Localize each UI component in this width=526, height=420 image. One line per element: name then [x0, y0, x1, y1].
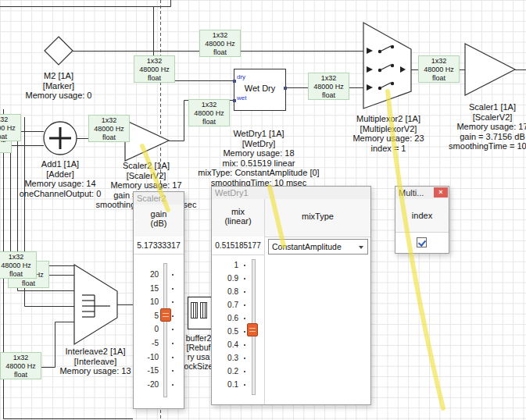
- param-name: mix: [212, 207, 264, 216]
- gain-slider[interactable]: 20 15 10 5 0 -5 -10 -15 -20: [134, 254, 184, 408]
- caption-line: [Adder]: [20, 169, 102, 180]
- mix-slider[interactable]: 1 0.9 0.8 0.7 0.6 0.5 0.4 0.3 0.2 0.1: [212, 254, 264, 404]
- caption-line: [ScalerV2]: [449, 112, 526, 123]
- param-unit: (dB): [134, 219, 184, 228]
- param-name: gain: [134, 209, 184, 219]
- caption-line: WetDry1 [1A]: [198, 129, 319, 139]
- caption-line: ry usa: [184, 352, 213, 361]
- caption-line: Memory usage: 14: [20, 179, 102, 189]
- format-type: float: [419, 74, 459, 83]
- caption-scaler1: Scaler1 [1A] [ScalerV2] Memory usage: 17…: [449, 102, 526, 151]
- format-channels: 1x32: [134, 57, 174, 66]
- mix-value-field[interactable]: 0.515185177: [212, 237, 264, 255]
- wire-format-label: 1x32 48000 Hz float: [134, 55, 175, 83]
- format-type: float: [200, 48, 240, 57]
- caption-interleave2: Interleave2 [1A] [Interleave] Memory usa…: [59, 347, 131, 376]
- block-scaler2-triangle[interactable]: [125, 120, 169, 161]
- wire-format-label: 1x32 48000 Hz float: [0, 352, 41, 379]
- caption-line: Memory usage: 13: [59, 366, 131, 376]
- caption-line: Memory usage: 0: [26, 91, 92, 101]
- caption-line: Add1 [1A]: [20, 159, 102, 169]
- block-interleave2[interactable]: [74, 265, 117, 344]
- format-rate: 48000 Hz: [0, 262, 36, 270]
- input-port[interactable]: [233, 80, 236, 83]
- format-type: float: [1, 371, 41, 379]
- port-dry-label: dry: [237, 73, 245, 80]
- block-add1-adder[interactable]: [44, 122, 77, 155]
- wire-format-label: 1x32 48000 Hz float: [0, 251, 37, 279]
- caption-line: [Marker]: [26, 81, 92, 91]
- caption-line: M2 [1A]: [26, 71, 92, 81]
- format-channels: 1x32: [89, 116, 129, 125]
- mixtype-dropdown[interactable]: ConstantAmplitude: [268, 239, 368, 254]
- caption-line: Scaler1 [1A]: [449, 102, 526, 112]
- index-checkbox[interactable]: [417, 237, 427, 247]
- param-header-mixtype: mixType: [265, 212, 370, 221]
- format-rate: 48000 Hz: [200, 40, 240, 48]
- panel-title-bar[interactable]: WetDry1: [212, 187, 370, 200]
- format-channels: 1x32: [1, 354, 41, 362]
- block-m2-marker[interactable]: [45, 37, 73, 65]
- caption-line: smoothingTime = 10 m: [449, 141, 526, 151]
- chevron-down-icon: [359, 246, 363, 249]
- format-type: float: [89, 133, 129, 142]
- caption-line: [ScalerV2]: [96, 171, 197, 181]
- caption-line: index = 1: [352, 144, 424, 154]
- format-rate: 48000 Hz: [1, 362, 41, 371]
- caption-line: Multiplexor2 [1A]: [352, 114, 424, 124]
- caption-multiplexor2: Multiplexor2 [1A] [MultiplexorV2] Memory…: [352, 114, 424, 153]
- caption-line: gain = 3.7156 dB: [449, 132, 526, 142]
- param-header-row: mix (linear) mixType: [212, 199, 370, 237]
- format-channels: 1x32: [419, 57, 459, 66]
- block-multiplexor2[interactable]: [363, 23, 411, 109]
- wire-format-label: 1x32 48000 Hz float: [418, 55, 460, 83]
- wire-format-label: 1x32 48000 Hz float: [0, 114, 21, 141]
- block-rebuffer2[interactable]: [188, 297, 212, 329]
- panel-scaler2[interactable]: Scaler2 gain (dB) 5.17333317 20 15 10 5 …: [133, 191, 184, 409]
- panel-title-bar[interactable]: Scaler2: [134, 192, 184, 205]
- caption-m2: M2 [1A] [Marker] Memory usage: 0: [26, 71, 92, 101]
- mixtype-selected-value: ConstantAmplitude: [272, 240, 342, 254]
- block-wetdry1[interactable]: dry wet Wet Dry: [234, 69, 286, 111]
- wetdry-block-title: Wet Dry: [234, 84, 285, 93]
- caption-line: ockSize: [184, 361, 213, 371]
- caption-line: Memory usage: 17: [449, 122, 526, 132]
- caption-line: [WetDry]: [198, 139, 319, 149]
- format-type: float: [9, 279, 48, 288]
- caption-line: Scaler2 [1A]: [96, 161, 197, 171]
- output-port[interactable]: [284, 87, 287, 90]
- format-rate: 48000 Hz: [189, 109, 229, 118]
- caption-line: [Rebuf: [184, 343, 213, 352]
- panel-multiplexor2[interactable]: Multi... × index: [395, 186, 449, 254]
- wire-format-label: 1x32 48000 Hz float: [199, 30, 241, 57]
- block-scaler1-triangle[interactable]: [465, 44, 515, 95]
- slider-track[interactable]: [163, 263, 167, 397]
- input-port[interactable]: [233, 99, 236, 102]
- caption-wetdry1: WetDry1 [1A] [WetDry] Memory usage: 18 m…: [198, 129, 319, 187]
- caption-line: oneChannelOutput: 0: [20, 189, 102, 199]
- format-rate: 48000 Hz: [0, 124, 20, 133]
- format-type: float: [189, 118, 229, 126]
- slider-handle[interactable]: [160, 308, 171, 322]
- gain-value-field[interactable]: 5.17333317: [134, 237, 184, 254]
- param-header-mix: mix (linear): [212, 207, 264, 226]
- port-wet-label: wet: [237, 94, 246, 101]
- column-divider: [264, 199, 265, 404]
- wire-format-label: 1x32 48000 Hz float: [188, 99, 230, 126]
- caption-line: Memory usage: 23: [352, 133, 424, 144]
- format-rate: 48000 Hz: [134, 66, 174, 74]
- format-type: float: [0, 270, 36, 279]
- format-rate: 48000 Hz: [309, 83, 349, 91]
- caption-line: mix: 0.51519 linear: [198, 158, 319, 169]
- format-channels: 1x32: [0, 116, 20, 124]
- schematic-canvas[interactable]: M2 [1A] [Marker] Memory usage: 0 Add1 [1…: [0, 0, 526, 420]
- caption-add1: Add1 [1A] [Adder] Memory usage: 14 oneCh…: [20, 159, 102, 198]
- panel-wetdry1[interactable]: WetDry1 mix (linear) mixType 0.515185177…: [211, 186, 371, 405]
- format-type: float: [309, 91, 349, 100]
- param-header-index: index: [395, 199, 449, 233]
- close-icon[interactable]: ×: [434, 187, 448, 198]
- caption-line: mixType: ConstantAmplitude [0]: [198, 168, 319, 178]
- caption-line: Interleave2 [1A]: [59, 347, 131, 357]
- slider-handle[interactable]: [247, 323, 258, 336]
- param-unit: (linear): [212, 216, 264, 226]
